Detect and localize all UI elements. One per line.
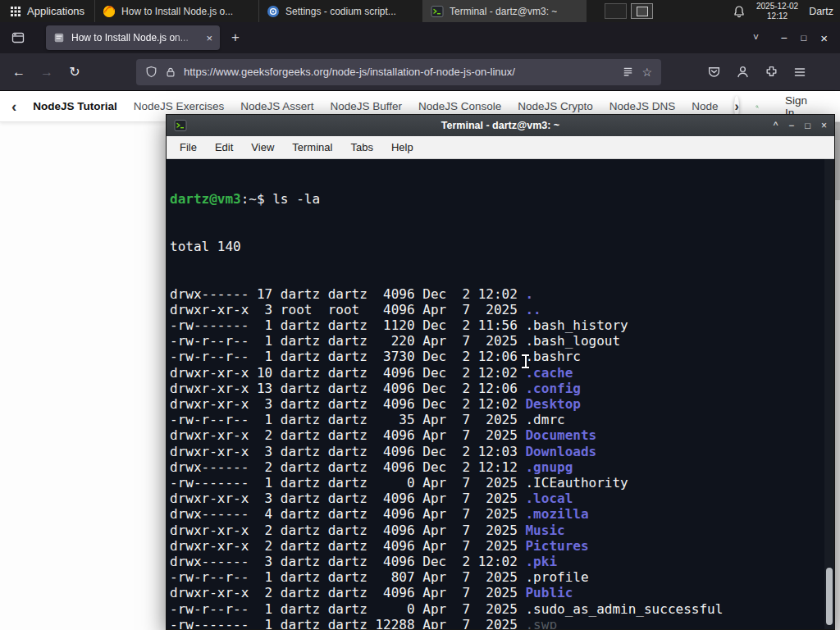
nav-item-nodejs-crypto[interactable]: NodeJS Crypto	[518, 100, 593, 112]
list-all-tabs-button[interactable]: ˅	[743, 32, 768, 43]
search-icon[interactable]	[756, 99, 759, 114]
terminal-maximize-button[interactable]: □	[805, 121, 810, 130]
directory-name: .cache	[525, 365, 573, 381]
terminal-output-line: drwxr-xr-x 10 dartz dartz 4096 Dec 2 12:…	[170, 365, 834, 381]
notifications-bell-icon[interactable]	[733, 5, 746, 18]
taskbar-item-title: How to Install Node.js o...	[121, 6, 233, 17]
directory-name: .	[525, 286, 533, 302]
reload-button[interactable]: ↻	[61, 58, 89, 86]
clock[interactable]: 2025-12-02 12:12	[756, 2, 798, 21]
directory-name: .pki	[525, 554, 557, 569]
terminal-total-line: total 140	[170, 239, 834, 254]
clock-date: 2025-12-02	[756, 2, 798, 11]
page-scrollbar[interactable]	[834, 121, 840, 630]
taskbar-item-terminal[interactable]: Terminal - dartz@vm3: ~	[422, 0, 587, 22]
applications-grid-icon	[10, 6, 21, 17]
file-name: .dmrc	[525, 412, 564, 427]
file-name: .bash_logout	[525, 333, 620, 349]
clock-time: 12:12	[756, 11, 798, 21]
workspace-switcher	[605, 3, 653, 19]
nav-item-node-truncated[interactable]: Node	[692, 100, 718, 112]
terminal-close-button[interactable]: ×	[821, 120, 827, 131]
tab-close-icon[interactable]: ×	[206, 32, 212, 44]
menu-hamburger-icon[interactable]	[793, 66, 806, 79]
file-name: .profile	[525, 569, 588, 585]
terminal-minimize-button[interactable]: −	[788, 120, 794, 131]
browser-tab[interactable]: How to Install Node.js on... ×	[46, 25, 220, 50]
user-menu[interactable]: Dartz	[809, 6, 833, 17]
file-name: .ICEauthority	[525, 475, 628, 491]
menu-view[interactable]: View	[242, 139, 283, 156]
nav-item-nodejs-dns[interactable]: NodeJS DNS	[609, 100, 675, 112]
nav-scroll-left-icon[interactable]: ‹	[11, 98, 16, 114]
terminal-output-line: -rw------- 1 dartz dartz 1120 Dec 2 11:5…	[170, 317, 834, 333]
navigation-toolbar: ← → ↻ https://www.geeksforgeeks.org/node…	[0, 53, 840, 91]
menu-file[interactable]: File	[171, 139, 206, 156]
tracking-protection-shield-icon[interactable]	[145, 66, 158, 78]
back-button[interactable]: ←	[5, 58, 33, 86]
mouse-cursor	[522, 354, 529, 368]
window-minimize-button[interactable]: −	[780, 31, 787, 44]
firefox-view-button[interactable]	[5, 26, 31, 49]
nav-item-nodejs-exercises[interactable]: NodeJS Exercises	[134, 100, 224, 112]
menu-help[interactable]: Help	[382, 139, 422, 156]
directory-name: Desktop	[525, 396, 580, 412]
terminal-scrollbar-thumb[interactable]	[826, 568, 833, 625]
terminal-titlebar[interactable]: Terminal - dartz@vm3: ~ ^ − □ ×	[167, 115, 834, 136]
terminal-prompt-line: dartz@vm3:~$ ls -la	[170, 191, 834, 207]
extensions-icon[interactable]	[765, 65, 778, 79]
terminal-title: Terminal - dartz@vm3: ~	[167, 120, 834, 131]
menu-tabs[interactable]: Tabs	[341, 139, 381, 156]
tab-favicon	[53, 32, 65, 43]
nav-item-nodejs-buffer[interactable]: NodeJS Buffer	[330, 100, 402, 112]
terminal-output-line: drwx------ 2 dartz dartz 4096 Dec 2 12:1…	[170, 459, 834, 475]
tab-title: How to Install Node.js on...	[71, 32, 199, 43]
menu-edit[interactable]: Edit	[206, 139, 242, 156]
workspace-1[interactable]	[605, 3, 627, 19]
directory-name: ..	[525, 302, 541, 317]
terminal-output-line: -rw-r--r-- 1 dartz dartz 3730 Dec 2 12:0…	[170, 349, 834, 364]
terminal-body[interactable]: dartz@vm3:~$ ls -la total 140 drwx------…	[167, 159, 834, 629]
terminal-output-line: -rw-r--r-- 1 dartz dartz 807 Apr 7 2025 …	[170, 569, 834, 585]
applications-menu-button[interactable]: Applications	[0, 0, 94, 22]
forward-button[interactable]: →	[33, 58, 61, 86]
toolbar-right-icons	[707, 65, 806, 79]
terminal-output-line: drwx------ 3 dartz dartz 4096 Dec 2 12:0…	[170, 554, 834, 569]
terminal-scrollbar[interactable]	[824, 159, 834, 629]
bookmark-star-icon[interactable]: ☆	[641, 66, 652, 79]
taskbar-item-browser[interactable]: How to Install Node.js o...	[94, 0, 258, 22]
account-icon[interactable]	[736, 65, 750, 79]
terminal-output-line: drwx------ 4 dartz dartz 4096 Apr 7 2025…	[170, 506, 834, 522]
file-name: .bash_history	[525, 317, 628, 333]
firefox-view-icon	[11, 31, 25, 44]
nav-item-nodejs-console[interactable]: NodeJS Console	[418, 100, 501, 112]
taskbar-item-settings[interactable]: Settings - codium script...	[258, 0, 422, 22]
menu-terminal[interactable]: Terminal	[283, 139, 341, 156]
workspace-2[interactable]	[631, 3, 653, 19]
prompt-user-host: dartz@vm3	[170, 191, 241, 207]
terminal-shade-button[interactable]: ^	[774, 120, 778, 131]
desktop: Applications How to Install Node.js o...…	[0, 0, 840, 630]
lock-icon[interactable]	[165, 66, 176, 78]
window-close-button[interactable]: ×	[820, 31, 828, 45]
panel-status-area: 2025-12-02 12:12 Dartz	[733, 2, 840, 21]
reader-mode-icon[interactable]	[622, 66, 634, 78]
settings-gear-icon	[267, 5, 280, 18]
url-bar[interactable]: https://www.geeksforgeeks.org/node-js/in…	[136, 59, 661, 85]
directory-name: Music	[525, 523, 564, 538]
terminal-menubar: File Edit View Terminal Tabs Help	[167, 136, 834, 159]
terminal-output-line: drwxr-xr-x 3 dartz dartz 4096 Dec 2 12:0…	[170, 444, 834, 459]
file-name: .sudo_as_admin_successful	[525, 601, 723, 617]
window-maximize-button[interactable]: □	[801, 33, 807, 43]
url-text: https://www.geeksforgeeks.org/node-js/in…	[184, 66, 614, 78]
terminal-output-line: drwxr-xr-x 2 dartz dartz 4096 Apr 7 2025…	[170, 538, 834, 554]
directory-name: .local	[525, 491, 573, 506]
new-tab-button[interactable]: +	[223, 25, 248, 50]
prompt-suffix: :~$	[241, 191, 273, 207]
page-scrollbar-thumb[interactable]	[834, 121, 840, 200]
nav-item-nodejs-assert[interactable]: NodeJS Assert	[240, 100, 313, 112]
terminal-window-controls: ^ − □ ×	[774, 120, 827, 131]
directory-name: Public	[525, 585, 573, 600]
pocket-icon[interactable]	[707, 65, 721, 79]
nav-item-nodejs-tutorial[interactable]: NodeJS Tutorial	[33, 100, 117, 112]
